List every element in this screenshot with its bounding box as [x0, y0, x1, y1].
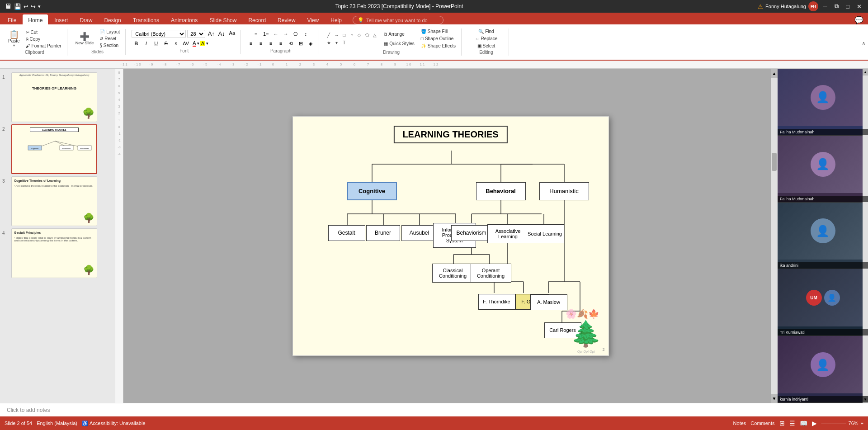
quick-access-undo[interactable]: ↩	[24, 3, 28, 10]
font-size-select[interactable]: 28	[187, 30, 205, 38]
tab-slideshow[interactable]: Slide Show	[204, 14, 242, 24]
shape-arrow[interactable]: →	[333, 31, 340, 38]
section-button[interactable]: §Section	[98, 43, 122, 48]
justify-btn[interactable]: ≡	[276, 39, 285, 47]
normal-view-btn[interactable]: ⊞	[779, 420, 785, 427]
char-spacing-btn[interactable]: AV	[181, 39, 190, 47]
shape-textbox[interactable]: T	[340, 39, 348, 46]
quick-access-save[interactable]: 💾	[14, 3, 21, 10]
shape-fill-button[interactable]: 🪣Shape Fill	[419, 28, 458, 34]
shape-effects-button[interactable]: ✨Shape Effects	[419, 43, 458, 49]
paste-button[interactable]: 📋 Paste ▾	[6, 29, 22, 49]
video-tile-4[interactable]: UM 👤 Tri Kurniawati	[778, 269, 868, 336]
restore-btn[interactable]: ⧉	[832, 3, 841, 10]
behaviorism-node[interactable]: Behaviorism	[451, 225, 492, 241]
arrange-button[interactable]: ⧉Arrange	[382, 30, 417, 38]
increase-font-btn[interactable]: A↑	[207, 30, 216, 38]
gestalt-node[interactable]: Gestalt	[328, 225, 365, 241]
tab-animations[interactable]: Animations	[165, 14, 203, 24]
minimize-btn[interactable]: ─	[821, 3, 830, 10]
font-color-btn[interactable]: ▾	[197, 41, 199, 46]
outline-view-btn[interactable]: ☰	[789, 420, 795, 427]
decrease-font-btn[interactable]: A↓	[217, 30, 226, 38]
shape-triangle[interactable]: △	[371, 31, 378, 38]
columns-btn[interactable]: ⎔	[291, 30, 300, 38]
replace-button[interactable]: ↔Replace	[473, 36, 500, 42]
line-spacing-btn[interactable]: ↕	[301, 30, 310, 38]
video-tile-1[interactable]: 👤 Faliha Muthmainah	[778, 69, 868, 136]
shadow-btn[interactable]: s	[171, 39, 180, 47]
tell-me-box[interactable]: 💡	[353, 16, 443, 24]
tab-file[interactable]: File	[2, 14, 22, 24]
select-button[interactable]: ▣Select	[476, 43, 497, 49]
bold-btn[interactable]: B	[132, 39, 141, 47]
slide-thumb-4[interactable]: Gestalt Principles • states that people …	[11, 228, 97, 278]
font-name-select[interactable]: Calibri (Body)	[132, 30, 186, 38]
maximize-btn[interactable]: □	[843, 3, 852, 10]
slide-thumb-2[interactable]: LEARNING THEORIES Cognitive Behavioral H…	[11, 124, 97, 174]
classical-conditioning-node[interactable]: Classical Conditioning	[432, 264, 474, 283]
notes-btn[interactable]: Notes	[733, 421, 746, 426]
align-text-btn[interactable]: ⊞	[296, 39, 305, 47]
slide-item-3[interactable]: 3 Cognitive Theories of Learning • Are l…	[2, 176, 113, 226]
collapse-ribbon-btn[interactable]: ∧	[862, 40, 866, 47]
new-slide-button[interactable]: ➕ New Slide	[73, 31, 96, 47]
shape-circle[interactable]: ○	[348, 31, 355, 38]
underline-btn[interactable]: U	[151, 39, 160, 47]
slide-thumb-1[interactable]: Appendix Problems 11, Fonny Hutagalung H…	[11, 72, 97, 122]
quick-access-redo[interactable]: ↪	[31, 3, 36, 10]
notes-placeholder[interactable]: Click to add notes	[7, 407, 50, 413]
tab-review[interactable]: Review	[272, 14, 301, 24]
thorndike-node[interactable]: F. Thorndike	[478, 294, 515, 310]
tab-design[interactable]: Design	[99, 14, 126, 24]
close-btn[interactable]: ✕	[854, 3, 863, 10]
decrease-indent-btn[interactable]: ←	[271, 30, 280, 38]
bullets-btn[interactable]: ≡	[251, 30, 260, 38]
align-right-btn[interactable]: ≡	[266, 39, 275, 47]
text-direction-btn[interactable]: ⟲	[286, 39, 295, 47]
tab-help[interactable]: Help	[325, 14, 347, 24]
strikethrough-btn[interactable]: S	[161, 39, 170, 47]
comments-btn[interactable]: Comments	[750, 421, 774, 426]
cut-button[interactable]: ✂Cut	[24, 29, 63, 35]
quick-styles-button[interactable]: ▦Quick Styles	[382, 40, 417, 47]
shape-pentagon[interactable]: ⬠	[363, 31, 371, 38]
shape-star[interactable]: ★	[325, 39, 332, 46]
shape-more[interactable]: ▾	[333, 39, 340, 46]
tab-transitions[interactable]: Transitions	[127, 14, 165, 24]
numbering-btn[interactable]: 1≡	[261, 30, 270, 38]
shape-diamond[interactable]: ◇	[356, 31, 363, 38]
copy-button[interactable]: ⎘Copy	[24, 36, 63, 42]
tab-insert[interactable]: Insert	[49, 14, 73, 24]
reading-view-btn[interactable]: 📖	[800, 420, 807, 427]
slide-item-1[interactable]: 1 Appendix Problems 11, Fonny Hutagalung…	[2, 72, 113, 122]
find-button[interactable]: 🔍Find	[476, 28, 495, 34]
tab-draw[interactable]: Draw	[74, 14, 98, 24]
shape-outline-button[interactable]: □Shape Outline	[419, 36, 458, 42]
video-tile-5[interactable]: 👤 kurnia indriyanti	[778, 336, 868, 403]
italic-btn[interactable]: I	[142, 39, 151, 47]
tab-view[interactable]: View	[302, 14, 324, 24]
text-highlight-btn[interactable]: ▾	[206, 41, 208, 46]
zoom-slider[interactable]: ————— 76% +	[821, 421, 863, 426]
align-left-btn[interactable]: ≡	[246, 39, 255, 47]
video-tile-3[interactable]: 👤 ika andrini	[778, 203, 868, 269]
maslow-node[interactable]: A. Maslow	[530, 294, 567, 310]
notes-bar[interactable]: Click to add notes	[0, 403, 868, 416]
layout-button[interactable]: 📄Layout	[98, 29, 122, 35]
slide-item-2[interactable]: 2 LEARNING THEORIES Cognitive Behavioral…	[2, 124, 113, 174]
slide-canvas[interactable]: LEARNING THEORIES Cognitive Behavioral H…	[292, 116, 609, 356]
video-tile-2[interactable]: 👤 Faliha Muthmainah	[778, 136, 868, 203]
tab-home[interactable]: Home	[23, 14, 48, 24]
bruner-node[interactable]: Bruner	[366, 225, 400, 241]
cognitive-node[interactable]: Cognitive	[347, 182, 397, 200]
reset-button[interactable]: ↺Reset	[98, 36, 122, 42]
tell-me-input[interactable]	[366, 18, 439, 23]
smartart-btn[interactable]: ◈	[306, 39, 315, 47]
associative-learning-node[interactable]: Associative Learning	[487, 224, 529, 243]
clear-format-btn[interactable]: Aa	[227, 30, 236, 38]
increase-indent-btn[interactable]: →	[281, 30, 290, 38]
slide-thumb-3[interactable]: Cognitive Theories of Learning • Are lea…	[11, 176, 97, 226]
tab-record[interactable]: Record	[243, 14, 271, 24]
video-scrollbar[interactable]: ▲ ▼	[863, 69, 868, 403]
